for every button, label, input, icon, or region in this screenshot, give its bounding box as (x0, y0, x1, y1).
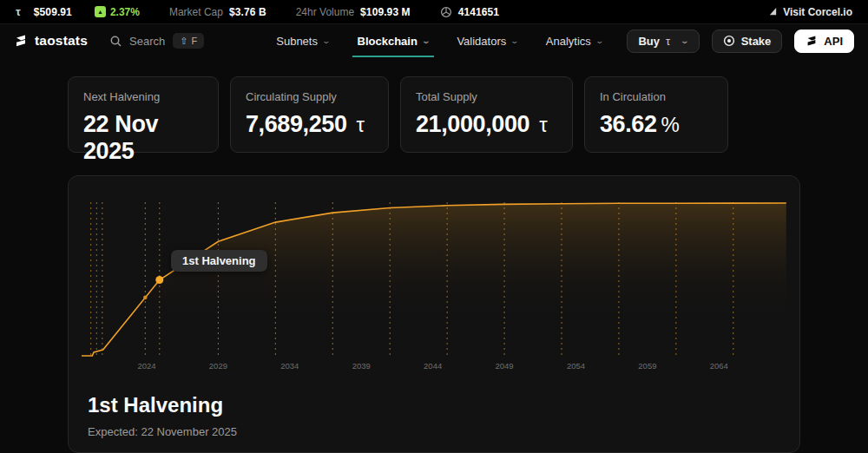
taostats-logo-icon (14, 34, 28, 48)
x-axis-label: 2029 (209, 361, 227, 371)
nav-item-validators[interactable]: Validators ⌄ (457, 24, 517, 57)
stake-button[interactable]: Stake (712, 30, 783, 53)
buy-tao-symbol: τ (666, 35, 670, 48)
shortcut-key: F (191, 36, 197, 46)
supply-chart[interactable]: 202420292034203920442049205420592064 (69, 176, 799, 384)
percent-sign: % (661, 113, 680, 137)
nav-item-label: Blockchain (358, 35, 418, 48)
ticker-bar: τ $509.91 ▲ 2.37% Market Cap $3.76 B 24h… (0, 0, 868, 24)
search-shortcut: ⇧ F (173, 33, 204, 49)
buy-tao-button[interactable]: Buy τ ⌄ (627, 30, 699, 53)
nav-item-label: Analytics (546, 35, 591, 48)
tao-price-group: τ $509.91 (16, 5, 72, 18)
halvening-title: 1st Halvening (88, 393, 223, 417)
x-axis-label: 2034 (280, 361, 299, 371)
x-axis-label: 2044 (424, 361, 442, 371)
card-next-halvening: Next Halvening 22 Nov 2025 (68, 76, 219, 153)
market-cap-value: $3.76 B (229, 6, 266, 18)
x-axis-label: 2039 (352, 361, 371, 371)
chevron-down-icon: ⌄ (681, 36, 690, 45)
api-label: API (824, 35, 843, 48)
volume-group: 24hr Volume $109.93 M (296, 6, 411, 18)
market-cap-label: Market Cap (169, 6, 223, 18)
price-change-value: 2.37% (110, 6, 140, 18)
tao-symbol: τ (16, 5, 21, 18)
nav-item-blockchain[interactable]: Blockchain ⌄ (358, 24, 430, 57)
volume-label: 24hr Volume (296, 6, 354, 18)
supply-area-fill (82, 203, 786, 358)
block-number: 4141651 (458, 6, 499, 18)
block-wheel-icon (440, 6, 452, 18)
x-axis-label: 2059 (638, 361, 656, 371)
card-value: 7,689,250 (246, 111, 347, 138)
card-label: Circulating Supply (246, 90, 373, 103)
api-button[interactable]: API (794, 30, 854, 53)
stats-row: Next Halvening 22 Nov 2025 Circulating S… (68, 76, 728, 153)
x-axis-labels: 202420292034203920442049205420592064 (137, 361, 727, 371)
card-circulating-supply: Circulating Supply 7,689,250 τ (230, 76, 389, 153)
card-label: Total Supply (416, 90, 557, 103)
first-halvening-marker[interactable] (155, 276, 163, 284)
stake-icon (723, 35, 735, 47)
search-trigger[interactable]: Search ⇧ F (110, 33, 204, 49)
card-value: 22 Nov 2025 (83, 111, 194, 165)
card-label: In Circulation (600, 90, 713, 103)
tao-symbol: τ (357, 113, 365, 137)
taostats-brand[interactable]: taostats (14, 33, 88, 49)
nav-links: Subnets ⌄ Blockchain ⌄ Validators ⌄ Anal… (276, 24, 602, 57)
card-total-supply: Total Supply 21,000,000 τ (400, 76, 573, 153)
chevron-down-icon: ⌄ (595, 36, 604, 45)
nav-buttons: Buy τ ⌄ Stake API (627, 30, 854, 53)
main-navbar: taostats Search ⇧ F Subnets ⌄ Blockchain… (0, 24, 868, 57)
block-group: 4141651 (440, 6, 499, 18)
current-supply-marker (143, 296, 147, 299)
market-cap-group: Market Cap $3.76 B (169, 6, 266, 18)
nav-item-label: Validators (457, 35, 506, 48)
card-label: Next Halvening (83, 90, 203, 103)
x-axis-label: 2024 (137, 361, 155, 371)
search-label: Search (129, 35, 165, 48)
stake-label: Stake (741, 35, 772, 48)
taostats-logo-icon (806, 35, 818, 47)
chevron-down-icon: ⌄ (421, 36, 431, 45)
nav-item-label: Subnets (276, 35, 318, 48)
x-axis-label: 2049 (495, 361, 513, 371)
visit-corcel-label: Visit Corcel.io (783, 6, 852, 18)
card-value: 21,000,000 (416, 111, 529, 138)
x-axis-label: 2064 (710, 361, 728, 371)
card-in-circulation: In Circulation 36.62 % (584, 76, 728, 153)
halvening-expected-date: Expected: 22 November 2025 (88, 425, 237, 438)
shift-icon: ⇧ (180, 36, 187, 47)
tao-price: $509.91 (34, 6, 72, 18)
buy-label: Buy (638, 35, 660, 48)
card-value: 36.62 (600, 111, 657, 138)
chevron-down-icon: ⌄ (510, 36, 520, 45)
nav-item-analytics[interactable]: Analytics ⌄ (546, 24, 603, 57)
tao-symbol: τ (539, 113, 547, 137)
brand-name: taostats (35, 33, 88, 49)
search-icon (110, 36, 122, 47)
chevron-down-icon: ⌄ (321, 36, 331, 45)
caret-up-icon: ▲ (95, 6, 106, 17)
supply-area (82, 203, 786, 358)
price-change-badge: ▲ 2.37% (95, 6, 140, 18)
visit-corcel-link[interactable]: Visit Corcel.io (768, 6, 852, 18)
corcel-sail-icon (768, 7, 778, 16)
nav-item-subnets[interactable]: Subnets ⌄ (276, 24, 329, 57)
x-axis-label: 2054 (567, 361, 585, 371)
halvening-tooltip: 1st Halvening (171, 250, 267, 272)
halvening-chart-panel: 202420292034203920442049205420592064 1st… (68, 175, 800, 453)
volume-value: $109.93 M (360, 6, 411, 18)
